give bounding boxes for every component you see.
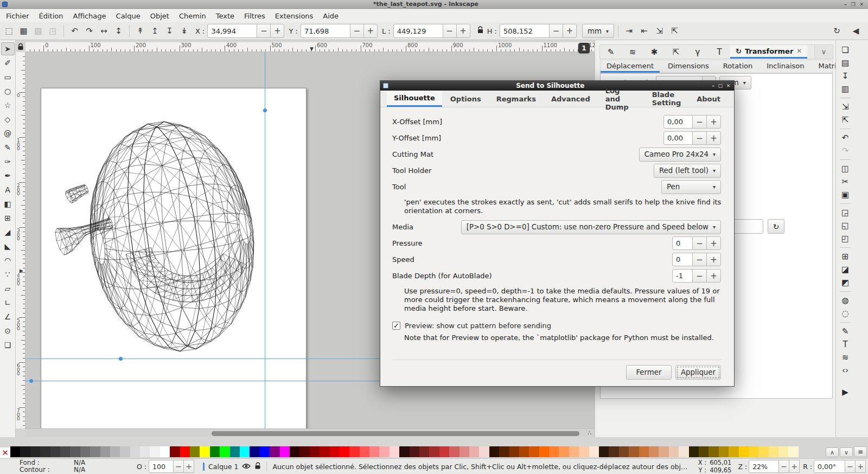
tool-spray[interactable]: ∵ bbox=[1, 268, 15, 281]
opacity-input[interactable]: 100 bbox=[149, 460, 174, 473]
menu-filtres[interactable]: Filtres bbox=[239, 10, 270, 22]
palette-swatch-18[interactable] bbox=[190, 446, 200, 457]
palette-swatch-12[interactable] bbox=[130, 446, 140, 457]
unlock-object-icon[interactable]: ◩ bbox=[838, 276, 852, 289]
lock-ratio-icon[interactable] bbox=[477, 26, 484, 36]
speed-input[interactable]: 0 bbox=[672, 253, 693, 266]
tool-node-editor[interactable]: ✐ bbox=[1, 56, 15, 69]
palette-swatch-5[interactable] bbox=[60, 446, 70, 457]
group-icon[interactable]: ◍ bbox=[838, 294, 852, 307]
dialog-minimize-button[interactable]: – bbox=[712, 83, 714, 88]
raise-to-top-icon[interactable]: ↟ bbox=[133, 24, 147, 38]
tool-pencil[interactable]: ✎ bbox=[1, 141, 15, 154]
palette-swatch-65[interactable] bbox=[659, 446, 668, 457]
zoom-selection-icon[interactable]: ◲ bbox=[838, 206, 852, 219]
palette-swatch-4[interactable] bbox=[50, 446, 60, 457]
palette-swatch-7[interactable] bbox=[80, 446, 90, 457]
palette-swatch-19[interactable] bbox=[200, 446, 209, 457]
ungroup-icon[interactable]: ◌ bbox=[838, 307, 852, 320]
new-document-icon[interactable]: ❏ bbox=[838, 43, 852, 56]
rotate-ccw-icon[interactable]: ↶ bbox=[68, 24, 81, 38]
palette-swatch-37[interactable] bbox=[379, 446, 389, 457]
flip-horizontal-icon[interactable]: ↔ bbox=[97, 24, 111, 38]
palette-swatch-68[interactable] bbox=[689, 446, 699, 457]
preferences-tab-icon[interactable]: ✱ bbox=[643, 45, 665, 59]
unit-dropdown[interactable]: mm▾ bbox=[582, 24, 614, 38]
palette-swatch-67[interactable] bbox=[679, 446, 688, 457]
import-icon[interactable]: ⇲ bbox=[838, 100, 852, 113]
palette-swatch-16[interactable] bbox=[170, 446, 180, 457]
tool-calligraphy[interactable]: ✑ bbox=[1, 155, 15, 168]
width-decrement-button[interactable]: − bbox=[443, 24, 457, 38]
opacity-increment-button[interactable]: + bbox=[183, 460, 194, 473]
palette-swatch-15[interactable] bbox=[160, 446, 170, 457]
tool-mesh[interactable]: ⊞ bbox=[1, 212, 15, 225]
palette-swatch-3[interactable] bbox=[40, 446, 50, 457]
rotation-input[interactable]: 0,00° bbox=[814, 460, 845, 473]
palette-swatch-47[interactable] bbox=[479, 446, 489, 457]
select-all-layers-icon[interactable]: ▦ bbox=[17, 24, 30, 38]
pressure-increment-button[interactable]: + bbox=[706, 236, 721, 250]
speed-decrement-button[interactable]: − bbox=[692, 253, 707, 266]
dock-tab-transformer[interactable]: ↻Transformer✕ bbox=[730, 45, 807, 59]
palette-swatch-6[interactable] bbox=[70, 446, 80, 457]
palette-swatch-23[interactable] bbox=[240, 446, 250, 457]
palette-menu-button[interactable]: ≡ bbox=[854, 446, 867, 457]
tool-dropdown[interactable]: Pen▾ bbox=[661, 180, 721, 194]
menu-texte[interactable]: Texte bbox=[211, 10, 239, 22]
print-icon[interactable]: ▥ bbox=[838, 82, 852, 95]
tool-connector[interactable]: ∟ bbox=[1, 296, 15, 309]
palette-swatch-35[interactable] bbox=[360, 446, 369, 457]
palette-swatch-1[interactable] bbox=[20, 446, 30, 457]
y-increment-button[interactable]: + bbox=[363, 24, 378, 38]
subtab-rotation[interactable]: Rotation bbox=[717, 60, 758, 73]
palette-swatch-59[interactable] bbox=[599, 446, 609, 457]
palette-swatch-48[interactable] bbox=[489, 446, 499, 457]
palette-swatch-2[interactable] bbox=[30, 446, 40, 457]
appliquer-button[interactable]: Appliquer bbox=[675, 365, 721, 380]
width-input[interactable]: 449,129 bbox=[393, 24, 443, 38]
dock-chevron-down-icon[interactable]: ∨ bbox=[814, 45, 833, 59]
dialog-tab-about[interactable]: About bbox=[690, 91, 727, 107]
blade-depth-decrement-button[interactable]: − bbox=[692, 269, 707, 283]
zoom-page-icon[interactable]: ◰ bbox=[838, 232, 852, 245]
palette-swatch-36[interactable] bbox=[369, 446, 379, 457]
expand-commands-icon[interactable]: ▶ bbox=[838, 386, 852, 399]
text-dialog-icon[interactable]: T bbox=[838, 338, 852, 351]
rotation-increment-button[interactable]: + bbox=[855, 460, 866, 473]
palette-swatch-66[interactable] bbox=[669, 446, 679, 457]
fill-stroke-tab-icon[interactable]: ✎ bbox=[600, 45, 622, 59]
dialog-tab-silhouette[interactable]: Silhouette bbox=[387, 91, 442, 107]
clone-icon[interactable]: ⊞ bbox=[838, 250, 852, 263]
palette-swatch-69[interactable] bbox=[699, 446, 709, 457]
pressure-input[interactable]: 0 bbox=[672, 236, 693, 250]
window-close-button[interactable]: ✕ bbox=[859, 2, 864, 7]
palette-swatch-26[interactable] bbox=[270, 446, 279, 457]
tool-pages[interactable]: ❏ bbox=[1, 338, 15, 351]
save-document-icon[interactable]: ↧ bbox=[838, 69, 852, 82]
palette-swatch-71[interactable] bbox=[719, 446, 729, 457]
current-layer-label[interactable]: Calque 1 bbox=[208, 463, 238, 471]
palette-swatch-13[interactable] bbox=[140, 446, 150, 457]
zoom-drawing-icon[interactable]: ◱ bbox=[838, 219, 852, 232]
tool-spiral[interactable]: @ bbox=[1, 127, 15, 140]
page-number-badge[interactable]: 1 bbox=[578, 43, 590, 53]
guide-lock-icon[interactable] bbox=[16, 41, 25, 52]
raise-icon[interactable]: ↥ bbox=[148, 24, 162, 38]
palette-swatch-25[interactable] bbox=[260, 446, 270, 457]
palette-swatch-34[interactable] bbox=[349, 446, 359, 457]
palette-swatch-75[interactable] bbox=[758, 446, 768, 457]
export-tab-icon[interactable]: ⇱ bbox=[665, 45, 687, 59]
tool-zoom[interactable]: ⊙ bbox=[1, 324, 15, 337]
palette-swatch-45[interactable] bbox=[459, 446, 469, 457]
window-minimize-button[interactable]: – bbox=[844, 2, 847, 7]
width-increment-button[interactable]: + bbox=[456, 24, 470, 38]
palette-swatch-0[interactable] bbox=[10, 446, 20, 457]
subtab-inclinaison[interactable]: Inclinaison bbox=[761, 60, 810, 73]
undo-icon[interactable]: ↶ bbox=[838, 131, 852, 144]
close-icon[interactable]: ✕ bbox=[796, 47, 802, 55]
lock-object-icon[interactable]: ◪ bbox=[838, 263, 852, 276]
rotation-decrement-button[interactable]: − bbox=[845, 460, 856, 473]
dialog-tab-advanced[interactable]: Advanced bbox=[544, 91, 597, 107]
tool-3dbox[interactable]: ◇ bbox=[1, 113, 15, 126]
